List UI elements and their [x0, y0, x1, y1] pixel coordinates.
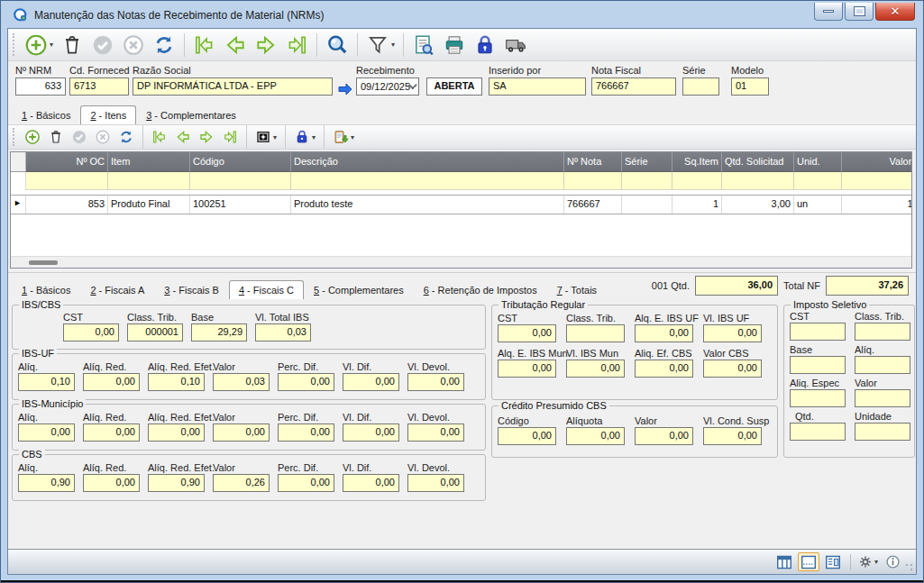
title-bar[interactable]: Manutenção das Notas de Recebimento de M…	[7, 1, 917, 28]
aliq-input[interactable]	[855, 356, 910, 374]
item-confirm-button[interactable]	[69, 127, 90, 147]
valor-input[interactable]	[855, 389, 910, 407]
report-preview-button[interactable]	[409, 32, 438, 59]
filter-cell[interactable]	[622, 172, 672, 190]
codigo-input[interactable]: 0,00	[498, 427, 556, 445]
nrm-number-input[interactable]: 633	[15, 77, 66, 96]
grid-view-button[interactable]	[773, 552, 795, 571]
base-input[interactable]	[790, 356, 846, 374]
cst-input[interactable]	[790, 323, 846, 341]
cell-unidade[interactable]: un	[794, 196, 842, 214]
tab-complementares[interactable]: 3 - Complementares	[136, 106, 246, 124]
filter-cell[interactable]	[108, 172, 190, 190]
settings-button[interactable]: ▾	[857, 552, 879, 571]
vl-ibs-mun-input[interactable]: 0,00	[566, 360, 625, 378]
minimize-button[interactable]	[814, 3, 843, 21]
item-add-button[interactable]	[22, 127, 43, 147]
maximize-button[interactable]	[845, 3, 874, 21]
filter-cell[interactable]	[291, 172, 564, 190]
aliq-input[interactable]: 0,10	[18, 373, 75, 391]
tab-itens[interactable]: 2 - Itens	[80, 105, 136, 124]
model-input[interactable]: 01	[731, 77, 769, 96]
column-header[interactable]: Descrição	[291, 152, 564, 172]
column-header[interactable]: Sq.Item	[672, 152, 722, 172]
perc-dif-input[interactable]: 0,00	[278, 474, 334, 492]
goto-supplier-arrow-icon[interactable]	[338, 83, 352, 96]
class-trib-input[interactable]	[855, 323, 910, 341]
column-header[interactable]: Item	[108, 152, 190, 172]
base-input[interactable]: 29,29	[191, 323, 247, 342]
cell-codigo[interactable]: 100251	[190, 196, 291, 214]
confirm-button[interactable]	[88, 32, 117, 59]
aliq-input[interactable]: 0,90	[18, 474, 75, 492]
previous-record-button[interactable]	[221, 32, 250, 59]
import-clipboard-button[interactable]: ▾	[330, 127, 357, 147]
vl-dif-input[interactable]: 0,00	[343, 474, 399, 492]
tab-basicos-detail[interactable]: 1 - Básicos	[12, 281, 80, 299]
column-header[interactable]: Nº OC	[26, 152, 108, 172]
tab-totais[interactable]: 7 - Totais	[547, 281, 607, 299]
valor-cbs-input[interactable]: 0,00	[703, 360, 762, 378]
last-record-button[interactable]	[282, 32, 311, 59]
print-button[interactable]	[440, 32, 469, 59]
valor-input[interactable]: 0,03	[213, 373, 270, 391]
aliq-red-efet-input[interactable]: 0,10	[148, 373, 205, 391]
class-trib-input[interactable]: 000001	[127, 323, 183, 342]
perc-dif-input[interactable]: 0,00	[278, 373, 334, 391]
unidade-input[interactable]	[855, 423, 910, 441]
series-input[interactable]	[682, 77, 719, 96]
cell-qtd-solicitada[interactable]: 3,00	[722, 196, 794, 214]
cell-valor-unitario[interactable]: 12,42	[842, 196, 912, 214]
aliq-red-input[interactable]: 0,00	[83, 474, 140, 492]
info-button[interactable]	[882, 552, 903, 571]
split-view-button[interactable]	[822, 552, 844, 571]
item-refresh-button[interactable]	[115, 127, 137, 147]
column-header[interactable]: Valor Unit	[842, 152, 912, 172]
aliq-ef-cbs-input[interactable]: 0,00	[635, 360, 693, 378]
vl-devol-input[interactable]: 0,00	[407, 373, 464, 391]
alq-e-ibs-mun-input[interactable]: 0,00	[498, 360, 556, 378]
vl-cond-susp-input[interactable]: 0,00	[703, 427, 762, 445]
close-button[interactable]: ✕	[875, 3, 915, 21]
tab-fiscais-c[interactable]: 4 - Fiscais C	[229, 280, 304, 299]
aliq-red-efet-input[interactable]: 0,90	[148, 474, 205, 492]
aliq-red-efet-input[interactable]: 0,00	[148, 424, 205, 442]
column-settings-button[interactable]: ▾	[252, 127, 279, 147]
horizontal-scrollbar[interactable]	[11, 256, 911, 268]
first-record-button[interactable]	[190, 32, 219, 59]
aliq-red-input[interactable]: 0,00	[83, 424, 140, 442]
alq-e-ibs-uf-input[interactable]: 0,00	[635, 324, 693, 342]
filter-button[interactable]: ▾	[363, 32, 398, 59]
cell-sq-item[interactable]: 1	[672, 196, 722, 214]
valor-input[interactable]: 0,26	[213, 474, 270, 492]
filter-cell[interactable]	[722, 172, 794, 190]
vl-devol-input[interactable]: 0,00	[407, 474, 464, 492]
search-button[interactable]	[323, 32, 352, 59]
tab-fiscais-b[interactable]: 3 - Fiscais B	[154, 281, 229, 299]
aliq-espec-input[interactable]	[790, 389, 846, 407]
column-header[interactable]: Unid.	[794, 152, 842, 172]
supplier-code-input[interactable]: 6713	[69, 77, 129, 96]
refresh-button[interactable]	[150, 32, 178, 59]
column-header[interactable]: Série	[622, 152, 672, 172]
invoice-number-input[interactable]: 766667	[591, 77, 676, 96]
cst-input[interactable]: 0,00	[498, 324, 556, 342]
vl-total-ibs-input[interactable]: 0,03	[255, 323, 311, 342]
cancel-button[interactable]	[119, 32, 148, 59]
tab-complementares-detail[interactable]: 5 - Complementares	[304, 281, 414, 299]
scrollbar-thumb[interactable]	[29, 260, 58, 265]
filter-cell[interactable]	[842, 172, 912, 190]
item-cancel-button[interactable]	[92, 127, 114, 147]
vl-dif-input[interactable]: 0,00	[343, 373, 399, 391]
next-record-button[interactable]	[252, 32, 280, 59]
form-view-button[interactable]	[798, 552, 819, 571]
vl-ibs-uf-input[interactable]: 0,00	[703, 324, 762, 342]
add-button[interactable]: ▾	[22, 32, 56, 59]
column-header[interactable]: Qtd. Solicitad	[722, 152, 794, 172]
item-delete-button[interactable]	[45, 127, 67, 147]
filter-cell[interactable]	[672, 172, 722, 190]
lock-button[interactable]	[471, 32, 499, 59]
aliq-input[interactable]: 0,00	[18, 424, 75, 442]
tab-retencao-impostos[interactable]: 6 - Retenção de Impostos	[414, 281, 547, 299]
column-header[interactable]: Código	[190, 152, 291, 172]
